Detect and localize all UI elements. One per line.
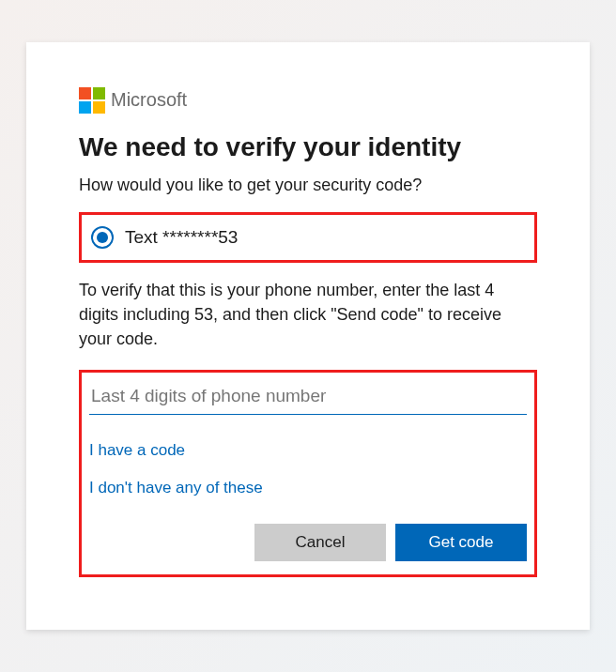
brand-text: Microsoft — [111, 89, 187, 111]
page-title: We need to verify your identity — [79, 132, 537, 162]
radio-text-phone-label: Text ********53 — [125, 227, 238, 248]
microsoft-logo-icon — [79, 87, 105, 114]
radio-option-text-highlight: Text ********53 — [79, 212, 537, 263]
cancel-button[interactable]: Cancel — [254, 524, 386, 561]
instruction-text: To verify that this is your phone number… — [79, 278, 537, 351]
subtext: How would you like to get your security … — [79, 176, 537, 195]
radio-selected-dot-icon — [97, 232, 108, 243]
radio-text-phone[interactable] — [91, 226, 114, 249]
last4-input[interactable] — [89, 380, 527, 415]
verify-identity-card: Microsoft We need to verify your identit… — [26, 42, 590, 630]
button-row: Cancel Get code — [89, 524, 527, 561]
link-none-of-these[interactable]: I don't have any of these — [89, 479, 527, 497]
link-have-code[interactable]: I have a code — [89, 441, 527, 460]
get-code-button[interactable]: Get code — [395, 524, 527, 561]
form-section-highlight: I have a code I don't have any of these … — [79, 370, 537, 577]
brand-row: Microsoft — [79, 87, 537, 114]
